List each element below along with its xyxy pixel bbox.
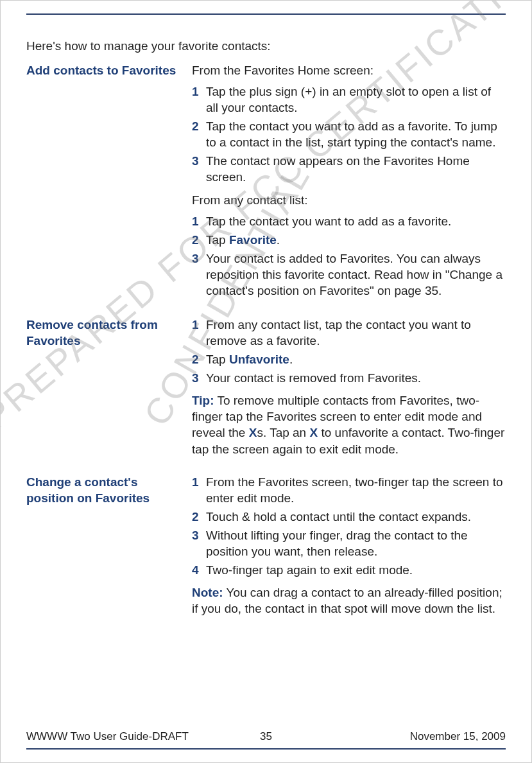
step-num: 1 [192, 474, 206, 506]
step-num: 3 [192, 370, 206, 386]
section-change: Change a contact's position on Favorites… [26, 474, 506, 622]
step: 2Tap Favorite. [192, 232, 506, 248]
step-num: 2 [192, 232, 206, 248]
lead: From the Favorites Home screen: [192, 62, 506, 78]
keyword-unfavorite: Unfavorite [229, 353, 289, 366]
steps-list: 1From the Favorites screen, two-finger t… [192, 474, 506, 578]
keyword-favorite: Favorite [229, 233, 277, 247]
step: 1Tap the contact you want to add as a fa… [192, 213, 506, 229]
step-text: Tap the contact you want to add as a fav… [206, 118, 506, 150]
step-text: Touch & hold a contact until the contact… [206, 509, 506, 525]
tip: Tip: To remove multiple contacts from Fa… [192, 392, 506, 457]
step-text: Tap Favorite. [206, 232, 506, 248]
step: 3Without lifting your finger, drag the c… [192, 527, 506, 559]
step-num: 1 [192, 213, 206, 229]
intro-text: Here's how to manage your favorite conta… [26, 39, 506, 53]
lead: From any contact list: [192, 192, 506, 208]
step-text: The contact now appears on the Favorites… [206, 153, 506, 185]
steps-list: 1Tap the plus sign (+) in an empty slot … [192, 83, 506, 185]
text: . [277, 233, 280, 247]
step: 3Your contact is added to Favorites. You… [192, 250, 506, 299]
step-text: Tap the contact you want to add as a fav… [206, 213, 506, 229]
step-text: Tap Unfavorite. [206, 351, 506, 367]
text: Tap [206, 233, 229, 247]
tip-label: Tip: [192, 394, 214, 407]
step-text: From the Favorites screen, two-finger ta… [206, 474, 506, 506]
note: Note: You can drag a contact to an alrea… [192, 584, 506, 617]
step-num: 4 [192, 562, 206, 578]
top-rule [26, 13, 506, 15]
footer-page-number: 35 [26, 730, 506, 743]
steps-list: 1Tap the contact you want to add as a fa… [192, 213, 506, 299]
step-num: 3 [192, 250, 206, 299]
step: 1Tap the plus sign (+) in an empty slot … [192, 83, 506, 116]
text: You can drag a contact to an already-fil… [192, 586, 502, 615]
step-num: 2 [192, 509, 206, 525]
note-label: Note: [192, 586, 223, 599]
section-body: 1From the Favorites screen, two-finger t… [192, 474, 506, 622]
step-num: 3 [192, 153, 206, 185]
step: 3Your contact is removed from Favorites. [192, 370, 506, 386]
step: 2Touch & hold a contact until the contac… [192, 509, 506, 525]
step: 4Two-finger tap again to exit edit mode. [192, 562, 506, 578]
step-num: 1 [192, 317, 206, 349]
text: s. Tap an [257, 426, 309, 439]
x-icon: X [249, 426, 257, 439]
section-remove: Remove contacts from Favorites 1From any… [26, 317, 506, 462]
step-text: Your contact is removed from Favorites. [206, 370, 506, 386]
step-text: Two-finger tap again to exit edit mode. [206, 562, 506, 578]
section-add: Add contacts to Favorites From the Favor… [26, 62, 506, 305]
steps-list: 1From any contact list, tap the contact … [192, 317, 506, 386]
section-body: From the Favorites Home screen: 1Tap the… [192, 62, 506, 305]
content: Add contacts to Favorites From the Favor… [26, 62, 506, 622]
step-text: Your contact is added to Favorites. You … [206, 250, 506, 299]
step-text: From any contact list, tap the contact y… [206, 317, 506, 349]
step-num: 2 [192, 351, 206, 367]
section-label: Remove contacts from Favorites [26, 317, 192, 462]
section-label: Change a contact's position on Favorites [26, 474, 192, 622]
step-num: 2 [192, 118, 206, 150]
step-num: 3 [192, 527, 206, 559]
step: 2Tap Unfavorite. [192, 351, 506, 367]
step-text: Without lifting your finger, drag the co… [206, 527, 506, 559]
footer: WWWW Two User Guide-DRAFT 35 November 15… [26, 730, 506, 743]
x-icon: X [309, 426, 318, 439]
step-text: Tap the plus sign (+) in an empty slot t… [206, 83, 506, 116]
bottom-rule [26, 748, 506, 750]
step: 3The contact now appears on the Favorite… [192, 153, 506, 185]
step: 1From any contact list, tap the contact … [192, 317, 506, 349]
section-label: Add contacts to Favorites [26, 62, 192, 305]
page: PREPARED FOR FCC CERTIFICATION CONFIDENT… [0, 0, 532, 763]
step-num: 1 [192, 83, 206, 116]
section-body: 1From any contact list, tap the contact … [192, 317, 506, 462]
text: Tap [206, 353, 229, 366]
text: . [289, 353, 293, 366]
step: 2Tap the contact you want to add as a fa… [192, 118, 506, 150]
step: 1From the Favorites screen, two-finger t… [192, 474, 506, 506]
